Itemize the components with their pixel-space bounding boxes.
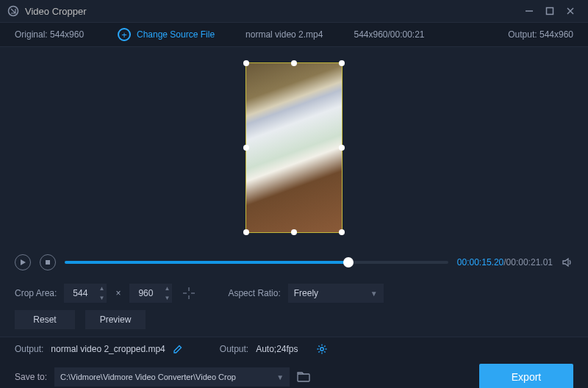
time-display: 00:00:15.20/00:00:21.01 — [457, 257, 553, 267]
save-path-select[interactable]: C:\Vidmore\Vidmore Video Converter\Video… — [54, 367, 290, 387]
preview-area — [0, 47, 588, 248]
crop-handle-br[interactable] — [339, 229, 345, 235]
multiply-label: × — [114, 288, 122, 298]
chevron-down-icon: ▼ — [276, 373, 284, 381]
time-current: 00:00:15.20 — [457, 257, 503, 267]
output-file-label: Output: — [15, 344, 43, 354]
source-filename: normal video 2.mp4 — [245, 29, 323, 40]
output-format-value: Auto;24fps — [256, 344, 298, 354]
output-size: Output: 544x960 — [470, 29, 573, 40]
crop-area-label: Crop Area: — [15, 288, 57, 298]
infobar: Original: 544x960 + Change Source File n… — [0, 22, 588, 47]
change-source-label: Change Source File — [137, 29, 215, 40]
source-meta: 544x960/00:00:21 — [354, 29, 424, 40]
svg-rect-12 — [298, 374, 309, 381]
edit-filename-icon[interactable] — [173, 344, 183, 354]
crop-handle-t[interactable] — [291, 60, 297, 66]
crop-handle-tr[interactable] — [339, 60, 345, 66]
crop-handle-bl[interactable] — [243, 229, 249, 235]
seek-fill — [65, 261, 348, 264]
crop-handle-tl[interactable] — [243, 60, 249, 66]
svg-point-11 — [320, 347, 323, 350]
maximize-button[interactable] — [539, 1, 560, 21]
svg-marker-5 — [21, 259, 26, 265]
crop-handle-b[interactable] — [291, 229, 297, 235]
svg-rect-6 — [46, 260, 50, 265]
export-button[interactable]: Export — [479, 364, 573, 388]
center-crop-icon[interactable] — [179, 284, 198, 303]
output-format-label: Output: — [220, 344, 248, 354]
width-down[interactable]: ▼ — [96, 293, 107, 303]
width-up[interactable]: ▲ — [96, 284, 107, 293]
transport-bar: 00:00:15.20/00:00:21.01 — [0, 248, 588, 276]
crop-controls: Crop Area: 544 ▲▼ × 960 ▲▼ Aspect Ratio:… — [0, 276, 588, 307]
close-button[interactable] — [560, 1, 581, 21]
save-to-label: Save to: — [15, 372, 47, 382]
settings-icon[interactable] — [316, 343, 328, 355]
save-row: Save to: C:\Vidmore\Vidmore Video Conver… — [0, 360, 588, 388]
crop-handle-l[interactable] — [243, 145, 249, 151]
crop-width-input[interactable]: 544 ▲▼ — [64, 284, 107, 303]
app-icon — [7, 5, 19, 17]
crop-box[interactable] — [245, 62, 343, 233]
stop-button[interactable] — [40, 254, 56, 270]
change-source-button[interactable]: + Change Source File — [118, 28, 215, 41]
output-row: Output: normal video 2_cropped.mp4 Outpu… — [0, 337, 588, 360]
height-down[interactable]: ▼ — [162, 293, 172, 303]
plus-icon: + — [118, 28, 131, 41]
volume-icon[interactable] — [562, 256, 573, 268]
action-buttons: Reset Preview — [0, 307, 588, 337]
aspect-ratio-select[interactable]: Freely ▼ — [288, 284, 384, 303]
play-button[interactable] — [15, 254, 31, 270]
reset-button[interactable]: Reset — [15, 310, 75, 329]
chevron-down-icon: ▼ — [370, 290, 378, 298]
window-title: Video Cropper — [25, 6, 87, 17]
seek-knob[interactable] — [343, 257, 354, 267]
svg-rect-2 — [547, 8, 553, 15]
preview-button[interactable]: Preview — [85, 310, 146, 329]
titlebar: Video Cropper — [0, 0, 588, 22]
height-up[interactable]: ▲ — [162, 284, 172, 293]
crop-handle-r[interactable] — [339, 145, 345, 151]
seek-slider[interactable] — [65, 261, 448, 264]
original-size: Original: 544x960 — [15, 29, 118, 40]
aspect-ratio-label: Aspect Ratio: — [228, 288, 280, 298]
crop-height-input[interactable]: 960 ▲▼ — [129, 284, 172, 303]
minimize-button[interactable] — [519, 1, 539, 21]
open-folder-icon[interactable] — [297, 372, 310, 382]
video-frame — [246, 63, 342, 232]
output-file-name: normal video 2_cropped.mp4 — [51, 344, 165, 354]
